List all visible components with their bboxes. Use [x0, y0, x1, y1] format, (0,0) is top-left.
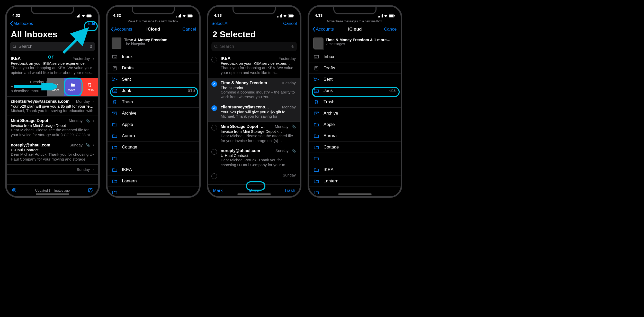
mailbox-row[interactable]: Apple — [309, 119, 401, 130]
svg-rect-1 — [77, 16, 78, 17]
mailbox-row[interactable]: Sent — [108, 74, 199, 85]
list-item[interactable]: noreply@uhaul.com Sunday 📎 › U-Haul Cont… — [7, 140, 98, 165]
wifi-icon — [182, 14, 186, 17]
select-radio[interactable] — [211, 173, 217, 179]
svg-rect-20 — [193, 15, 193, 16]
date: Monday — [282, 105, 296, 109]
list-item[interactable]: Mini Storage Depot Monday 📎 › Invoice fr… — [7, 116, 98, 140]
date: Monday › — [76, 99, 94, 104]
date: Monday 📎 › — [69, 118, 94, 123]
mailbox-label: Sent — [324, 77, 392, 82]
mailbox-label: Apple — [122, 122, 191, 127]
list-item[interactable]: noreply@uhaul.com Sunday 📎 U-Haul Contra… — [208, 146, 300, 170]
home-indicator[interactable] — [36, 193, 69, 195]
list-item[interactable]: Sunday — [208, 170, 300, 182]
compose-button[interactable] — [88, 188, 94, 193]
select-all-button[interactable]: Select All — [211, 21, 229, 26]
list-item[interactable]: clientsurveys@ascensus.com Monday › Your… — [7, 97, 98, 116]
sender: Mini Storage Depot — [11, 118, 48, 123]
svg-rect-26 — [279, 16, 279, 17]
mark-button[interactable]: Mark — [213, 188, 223, 193]
mailbox-row[interactable]: Archive — [108, 108, 199, 119]
list-item[interactable]: clientsurveys@ascens… Monday Your 529 pl… — [208, 102, 300, 122]
list-item[interactable]: IKEA Yesterday Feedback on your IKEA ser… — [208, 54, 300, 78]
mailbox-row[interactable] — [108, 153, 199, 164]
mailbox-row[interactable]: Lantern — [309, 175, 401, 187]
select-radio[interactable] — [211, 149, 217, 155]
mailbox-row[interactable]: Inbox — [309, 51, 401, 62]
preview: Dear Michael Potuck, Thank you for choos… — [221, 158, 296, 167]
svg-rect-25 — [277, 16, 278, 17]
svg-rect-15 — [178, 16, 178, 17]
mailbox-row[interactable]: Archive — [309, 108, 401, 119]
back-mailboxes[interactable]: Mailboxes — [10, 21, 33, 26]
list-item[interactable]: Time & Money Freedom Tuesday The bluepri… — [208, 78, 300, 102]
status-icons — [76, 14, 93, 17]
mailbox-row[interactable]: Junk 616 — [309, 85, 401, 96]
status-icons — [277, 14, 294, 17]
message-thumb-icon — [313, 38, 323, 49]
mailbox-row[interactable]: Apple — [108, 119, 199, 130]
mailbox-row[interactable]: Aurora — [108, 130, 199, 142]
mailbox-row[interactable] — [108, 187, 199, 196]
mailbox-label: Aurora — [122, 133, 191, 138]
cancel-button[interactable]: Cancel — [283, 21, 297, 26]
mailbox-row[interactable]: Trash — [309, 96, 401, 108]
updated-label: Updated 3 minutes ago — [35, 189, 70, 192]
filter-button[interactable] — [11, 188, 17, 193]
svg-point-7 — [13, 45, 15, 48]
svg-rect-6 — [92, 15, 92, 16]
select-radio[interactable] — [211, 81, 217, 87]
mailbox-label: Archive — [324, 111, 392, 116]
battery-icon — [288, 14, 294, 17]
select-list: IKEA Yesterday Feedback on your IKEA ser… — [208, 54, 300, 182]
folder-icon — [112, 156, 118, 161]
back-accounts[interactable]: Accounts — [312, 27, 334, 32]
svg-rect-33 — [292, 45, 293, 47]
home-indicator[interactable] — [237, 193, 271, 195]
mailbox-label: Archive — [122, 111, 191, 116]
signal-icon — [277, 14, 282, 17]
list-item[interactable]: Mini Storage Depot -… Monday 📎 Invoice f… — [208, 122, 300, 146]
mailbox-row[interactable]: Junk 616 — [108, 85, 199, 96]
back-accounts[interactable]: Accounts — [111, 27, 132, 32]
mailbox-row[interactable]: Trash — [108, 96, 199, 108]
instruction: Move these messages to a new mailbox. — [309, 18, 401, 24]
mailbox-row[interactable]: Sent — [309, 74, 401, 85]
mailbox-row[interactable]: IKEA — [309, 164, 401, 175]
drafts-icon — [112, 66, 118, 70]
mailbox-row[interactable]: Inbox — [108, 51, 199, 62]
swipe-move-button[interactable]: Move... — [64, 78, 81, 96]
clock: 4:33 — [315, 13, 323, 17]
move-button[interactable]: Move — [249, 188, 260, 193]
select-radio[interactable] — [211, 57, 217, 62]
mailbox-row[interactable]: IKEA — [108, 164, 199, 175]
select-radio[interactable] — [211, 125, 217, 130]
mailbox-row[interactable]: Aurora — [309, 130, 401, 142]
mailbox-row[interactable] — [309, 187, 401, 196]
mailbox-row[interactable]: Cottage — [108, 142, 199, 153]
svg-rect-31 — [293, 15, 294, 16]
mailbox-row[interactable]: Lantern — [108, 175, 199, 187]
home-indicator[interactable] — [338, 193, 372, 195]
date: Sunday › — [77, 167, 94, 172]
trash-button[interactable]: Trash — [284, 188, 295, 193]
select-radio[interactable] — [211, 105, 217, 111]
folder-icon — [313, 122, 319, 127]
mic-icon[interactable] — [90, 44, 93, 49]
mailbox-row[interactable]: Cottage — [309, 142, 401, 153]
edit-button[interactable]: Edit — [88, 21, 95, 26]
list-item[interactable]: Sunday › — [7, 165, 98, 175]
preview: Thank you for shopping at IKEA. We value… — [11, 66, 94, 75]
home-indicator[interactable] — [137, 193, 170, 195]
swipe-trash-button[interactable]: Trash — [81, 78, 98, 96]
mailbox-row[interactable]: Drafts — [309, 62, 401, 74]
mailbox-row[interactable] — [309, 153, 401, 164]
cancel-button[interactable]: Cancel — [384, 27, 398, 32]
subject: U-Haul Contract — [11, 148, 94, 152]
cancel-button[interactable]: Cancel — [182, 27, 196, 32]
folder-icon — [112, 122, 118, 127]
msg-title: Time & Money Freedom — [124, 38, 167, 42]
mailbox-row[interactable]: Drafts — [108, 62, 199, 74]
arrow-swipe-icon — [11, 83, 57, 90]
